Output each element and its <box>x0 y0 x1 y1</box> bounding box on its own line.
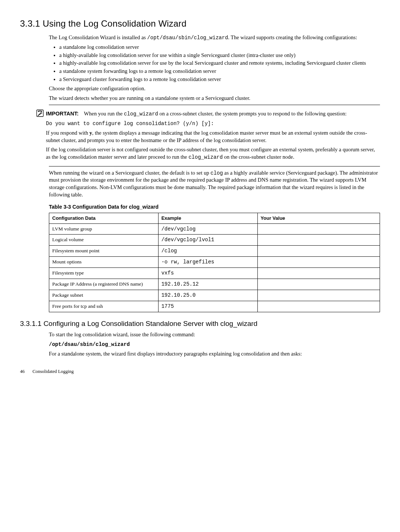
cell <box>257 223 380 235</box>
important-p2: If you respond with y, the system displa… <box>46 129 380 144</box>
prompt-code: Do you want to configure log consolidati… <box>46 121 214 127</box>
command-path: /opt/dsau/sbin/clog_wizard <box>49 341 130 347</box>
cell <box>257 268 380 279</box>
code: clog_wizard <box>124 111 158 117</box>
config-table: Configuration Data Example Your Value LV… <box>49 213 380 312</box>
text: on a cross-subnet cluster, the system pr… <box>158 111 347 117</box>
table-caption: Table 3-3 Configuration Data for clog_wi… <box>49 203 380 211</box>
cell: 192.10.25.12 <box>158 279 257 290</box>
cell: -o rw, largefiles <box>158 257 257 268</box>
chapter-title: Consolidated Logging <box>33 369 74 374</box>
subsection-title: Configuring a Log Consolidation Standalo… <box>43 320 257 327</box>
table-row: LVM volume group /dev/vgclog <box>49 223 380 235</box>
cell <box>257 257 380 268</box>
important-label: IMPORTANT: <box>46 111 79 117</box>
cell: 1775 <box>158 301 257 312</box>
subsection-heading: 3.3.1.1 Configuring a Log Consolidation … <box>20 319 380 329</box>
cell: Free ports for tcp and ssh <box>49 301 159 312</box>
cell <box>257 246 380 257</box>
page-footer: 46 Consolidated Logging <box>20 368 380 375</box>
cell <box>257 279 380 290</box>
intro-p2: Choose the appropriate configuration opt… <box>49 85 380 92</box>
svg-point-2 <box>40 111 40 111</box>
cell: Filesystem mount point <box>49 246 159 257</box>
cell <box>257 290 380 301</box>
code-path: /opt/dsau/sbin/clog_wizard <box>147 35 228 41</box>
table-row: Filesystem type vxfs <box>49 268 380 279</box>
subsection-p1: To start the log consolidation wizard, i… <box>49 331 380 339</box>
important-body: IMPORTANT: When you run the clog_wizard … <box>46 108 380 163</box>
table-row: Filesystem mount point /clog <box>49 246 380 257</box>
config-bullet-list: a standalone log consolidation server a … <box>49 44 380 83</box>
subsection-number: 3.3.1.1 <box>20 320 41 327</box>
text: , the system displays a message indicati… <box>46 130 367 143</box>
text: When you run the <box>84 111 124 117</box>
cell: Mount options <box>49 257 159 268</box>
text: The Log Consolidation Wizard is installe… <box>49 34 147 40</box>
table-row: Mount options -o rw, largefiles <box>49 257 380 268</box>
cell: Package subnet <box>49 290 159 301</box>
section-body: The Log Consolidation Wizard is installe… <box>49 34 380 102</box>
text: on the cross-subnet cluster node. <box>223 154 294 160</box>
important-icon <box>36 109 46 120</box>
list-item: a standalone log consolidation server <box>59 44 380 51</box>
divider <box>49 166 380 166</box>
section-number: 3.3.1 <box>20 18 40 28</box>
cell <box>257 301 380 312</box>
bold-y: y <box>90 130 92 136</box>
cell: Filesystem type <box>49 268 159 279</box>
cell <box>257 235 380 246</box>
list-item: a highly-available log consolidation ser… <box>59 52 380 59</box>
cell: Logical volume <box>49 235 159 246</box>
important-p1: IMPORTANT: When you run the clog_wizard … <box>46 110 380 118</box>
important-p3: If the log consolidation server is not c… <box>46 146 380 161</box>
cell: 192.10.25.0 <box>158 290 257 301</box>
section-title: Using the Log Consolidation Wizard <box>43 18 186 28</box>
list-item: a standalone system forwarding logs to a… <box>59 68 380 75</box>
table-row: Logical volume /dev/vgclog/lvol1 <box>49 235 380 246</box>
cell: /clog <box>158 246 257 257</box>
subsection-cmd: /opt/dsau/sbin/clog_wizard <box>49 341 380 348</box>
important-note: IMPORTANT: When you run the clog_wizard … <box>36 108 380 163</box>
table-row: Free ports for tcp and ssh 1775 <box>49 301 380 312</box>
col-header: Configuration Data <box>49 213 159 224</box>
table-row: Package subnet 192.10.25.0 <box>49 290 380 301</box>
section-heading: 3.3.1 Using the Log Consolidation Wizard <box>20 18 380 30</box>
code: clog <box>210 170 223 176</box>
cell: vxfs <box>158 268 257 279</box>
important-prompt: Do you want to configure log consolidati… <box>46 120 380 127</box>
divider <box>49 105 380 105</box>
cell: /dev/vgclog/lvol1 <box>158 235 257 246</box>
svg-point-3 <box>41 111 42 112</box>
table-row: Package IP Address (a registered DNS nam… <box>49 279 380 290</box>
text: If you respond with <box>46 130 90 136</box>
table-header-row: Configuration Data Example Your Value <box>49 213 380 224</box>
intro-p1: The Log Consolidation Wizard is installe… <box>49 34 380 41</box>
col-header: Your Value <box>257 213 380 224</box>
col-header: Example <box>158 213 257 224</box>
subsection-body: To start the log consolidation wizard, i… <box>49 331 380 357</box>
list-item: a highly-available log consolidation ser… <box>59 60 380 67</box>
code: clog_wizard <box>189 154 223 160</box>
cell: /dev/vgclog <box>158 223 257 235</box>
cell: Package IP Address (a registered DNS nam… <box>49 279 159 290</box>
svg-point-1 <box>38 111 39 112</box>
after-important-p1: When running the wizard on a Serviceguar… <box>49 169 380 199</box>
list-item: a Serviceguard cluster forwarding logs t… <box>59 76 380 83</box>
text: When running the wizard on a Serviceguar… <box>49 170 210 176</box>
subsection-p2: For a standalone system, the wizard firs… <box>49 350 380 358</box>
text: . The wizard supports creating the follo… <box>228 34 357 40</box>
after-important-body: When running the wizard on a Serviceguar… <box>49 169 380 312</box>
page-number: 46 <box>20 369 25 374</box>
cell: LVM volume group <box>49 223 159 235</box>
intro-p3: The wizard detects whether you are runni… <box>49 95 380 102</box>
